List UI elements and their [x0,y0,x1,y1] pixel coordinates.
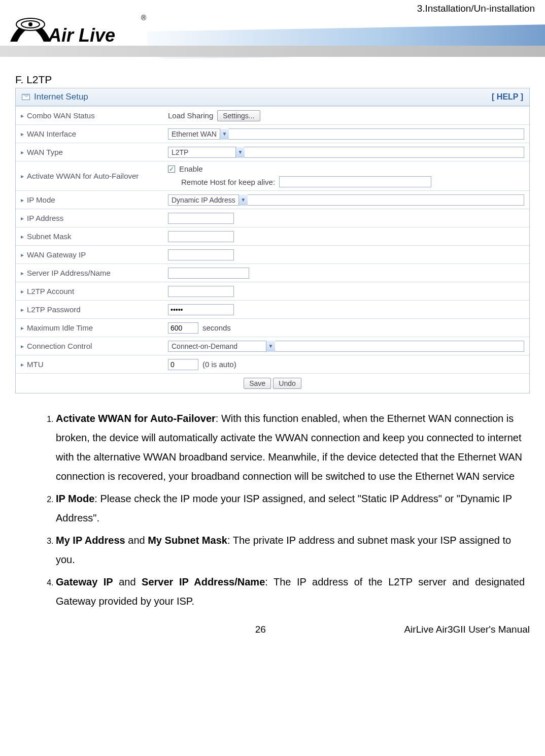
list-item: IP Mode: Please check the IP mode your I… [56,489,525,528]
label-ip-address: IP Address [27,214,63,222]
connection-control-value: Connect-on-Demand [172,342,263,350]
wan-type-value: L2TP [172,148,232,156]
row-subnet-mask: ▸Subnet Mask [16,227,529,245]
panel-title: Internet Setup [34,92,88,102]
row-activate-wwan: ▸Activate WWAN for Auto-Failover ✓ Enabl… [16,161,529,190]
chevron-right-icon: ▸ [21,130,24,138]
ip-mode-select[interactable]: Dynamic IP Address ▼ [168,194,524,206]
ip-mode-value: Dynamic IP Address [172,196,235,204]
label-l2tp-password: L2TP Password [27,305,81,314]
mtu-input[interactable] [168,359,198,370]
header-breadcrumb: 3.Installation/Un-installation [417,3,535,14]
row-mtu: ▸MTU (0 is auto) [16,355,529,373]
wan-type-select[interactable]: L2TP ▼ [168,147,524,158]
term-server-ip: Server IP Address/Name [142,576,265,587]
ip-address-input[interactable] [168,213,234,224]
row-ip-mode: ▸IP Mode Dynamic IP Address ▼ [16,190,529,209]
label-wan-interface: WAN Interface [27,129,76,138]
description-list: Activate WWAN for Auto-Failover: With th… [15,393,530,611]
row-max-idle: ▸Maximum Idle Time seconds [16,318,529,337]
chevron-right-icon: ▸ [21,361,24,368]
wan-interface-value: Ethernet WAN [172,130,217,138]
help-link[interactable]: [ HELP ] [492,92,523,102]
chevron-right-icon: ▸ [21,306,24,313]
chevron-right-icon: ▸ [21,149,24,156]
connection-control-select[interactable]: Connect-on-Demand ▼ [168,341,524,352]
chevron-down-icon: ▼ [235,147,245,158]
chevron-right-icon: ▸ [21,343,24,350]
label-max-idle: Maximum Idle Time [27,323,93,332]
wan-interface-select[interactable]: Ethernet WAN ▼ [168,128,524,140]
label-activate-wwan: Activate WWAN for Auto-Failover [27,172,139,180]
chevron-right-icon: ▸ [21,173,24,180]
subnet-mask-input[interactable] [168,231,234,242]
chevron-right-icon: ▸ [21,324,24,332]
label-l2tp-account: L2TP Account [27,287,74,295]
row-wan-type: ▸WAN Type L2TP ▼ [16,143,529,161]
enable-checkbox[interactable]: ✓ [168,166,175,173]
row-combo-wan-status: ▸Combo WAN Status Load Sharing Settings.… [16,106,529,124]
section-title: F. L2TP [15,74,530,86]
label-combo-wan: Combo WAN Status [27,111,95,120]
label-wan-gateway: WAN Gateway IP [27,250,86,259]
manual-title: AirLive Air3GII User's Manual [404,624,530,635]
row-server-ip: ▸Server IP Address/Name [16,264,529,282]
term-activate-wwan: Activate WWAN for Auto-Failover [56,413,216,424]
label-mtu-note: (0 is auto) [202,360,236,369]
brand-logo: Air Live ® [10,10,147,53]
label-ip-mode: IP Mode [27,195,55,204]
label-mtu: MTU [27,360,44,369]
save-button[interactable]: Save [244,378,271,389]
chevron-right-icon: ▸ [21,288,24,295]
chevron-down-icon: ▼ [266,341,275,352]
chevron-down-icon: ▼ [220,128,229,140]
label-seconds: seconds [202,323,231,332]
chevron-right-icon: ▸ [21,233,24,240]
page-number: 26 [117,624,404,635]
page-header: 3.Installation/Un-installation Air Live … [0,0,545,66]
page-footer: 26 AirLive Air3GII User's Manual [0,614,545,645]
text-and-3: and [125,535,148,546]
settings-button[interactable]: Settings... [217,110,260,121]
remote-host-input[interactable] [279,176,431,187]
list-item: Activate WWAN for Auto-Failover: With th… [56,409,525,486]
chevron-right-icon: ▸ [21,215,24,222]
chevron-down-icon: ▼ [239,194,248,206]
internet-setup-panel: Internet Setup [ HELP ] ▸Combo WAN Statu… [15,88,530,393]
term-my-subnet: My Subnet Mask [148,535,227,546]
term-my-ip: My IP Address [56,535,125,546]
panel-header: Internet Setup [ HELP ] [16,88,529,106]
svg-point-2 [28,22,32,26]
label-enable: Enable [179,165,203,173]
label-server-ip: Server IP Address/Name [27,269,111,277]
row-wan-gateway: ▸WAN Gateway IP [16,245,529,264]
chevron-right-icon: ▸ [21,251,24,258]
panel-footer: Save Undo [16,373,529,393]
text-and-4: and [113,576,142,587]
label-conn-ctrl: Connection Control [27,342,92,350]
server-ip-input[interactable] [168,268,249,279]
row-ip-address: ▸IP Address [16,209,529,227]
label-wan-type: WAN Type [27,148,63,156]
logo-text: Air Live [48,25,115,46]
text-item2: : Please check the IP mode your ISP assi… [56,493,512,523]
wan-gateway-input[interactable] [168,249,234,260]
label-subnet-mask: Subnet Mask [27,232,72,241]
list-item: My IP Address and My Subnet Mask: The pr… [56,531,525,569]
row-wan-interface: ▸WAN Interface Ethernet WAN ▼ [16,124,529,143]
row-l2tp-password: ▸L2TP Password [16,300,529,318]
chevron-right-icon: ▸ [21,196,24,204]
logo-registered: ® [141,14,147,22]
label-remote-host: Remote Host for keep alive: [181,178,275,186]
chevron-right-icon: ▸ [21,270,24,277]
undo-button[interactable]: Undo [273,378,301,389]
l2tp-password-input[interactable] [168,304,234,315]
l2tp-account-input[interactable] [168,286,234,297]
max-idle-input[interactable] [168,322,198,334]
mail-icon [22,94,30,100]
row-l2tp-account: ▸L2TP Account [16,282,529,300]
chevron-right-icon: ▸ [21,112,24,119]
checkbox-checked-icon: ✓ [168,166,175,173]
list-item: Gateway IP and Server IP Address/Name: T… [56,572,525,611]
label-load-sharing: Load Sharing [168,111,213,120]
